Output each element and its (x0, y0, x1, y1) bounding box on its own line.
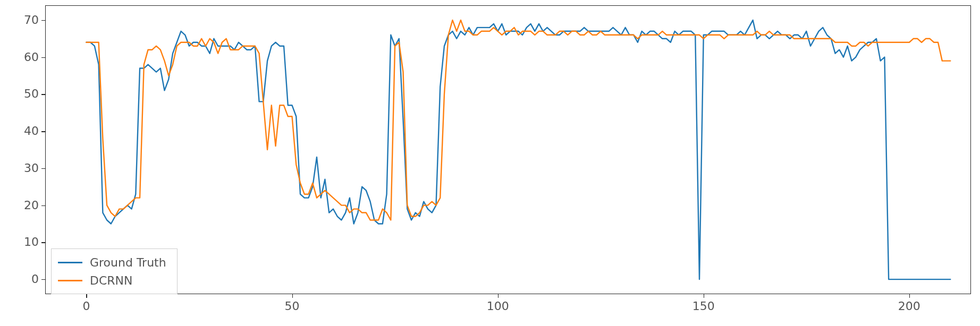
legend-swatch-dcrnn (58, 280, 82, 281)
legend-item-dcrnn: DCRNN (58, 271, 171, 289)
legend-item-ground-truth: Ground Truth (58, 253, 171, 271)
ytick-label: 0 (12, 272, 39, 286)
ytick-mark (41, 94, 45, 95)
ytick-label: 20 (12, 199, 39, 212)
xtick-label: 50 (285, 299, 300, 313)
figure: 010203040506070 050100150200 Ground Trut… (0, 0, 980, 326)
ytick-mark (41, 242, 45, 243)
legend-label-dcrnn: DCRNN (90, 274, 133, 287)
legend-label-ground-truth: Ground Truth (90, 256, 166, 269)
ytick-label: 30 (12, 161, 39, 175)
xtick-mark (292, 294, 293, 298)
xtick-mark (704, 294, 704, 298)
ytick-label: 50 (12, 87, 39, 100)
ytick-label: 70 (12, 13, 39, 27)
xtick-label: 200 (898, 299, 920, 313)
xtick-mark (909, 294, 910, 298)
ytick-mark (41, 279, 45, 280)
legend-swatch-ground-truth (58, 262, 82, 263)
legend: Ground Truth DCRNN (51, 248, 178, 294)
ytick-mark (41, 205, 45, 206)
series-ground-truth (86, 20, 950, 279)
xtick-mark (498, 294, 499, 298)
chart-lines (45, 5, 971, 294)
ytick-label: 60 (12, 50, 39, 64)
xtick-label: 150 (692, 299, 715, 313)
ytick-mark (41, 131, 45, 132)
xtick-label: 0 (82, 299, 90, 313)
xtick-mark (86, 294, 87, 298)
ytick-mark (41, 57, 45, 58)
series-dcrnn (86, 20, 950, 220)
ytick-mark (41, 168, 45, 169)
ytick-mark (41, 20, 45, 21)
ytick-label: 40 (12, 124, 39, 138)
ytick-label: 10 (12, 235, 39, 248)
xtick-label: 100 (487, 299, 509, 313)
